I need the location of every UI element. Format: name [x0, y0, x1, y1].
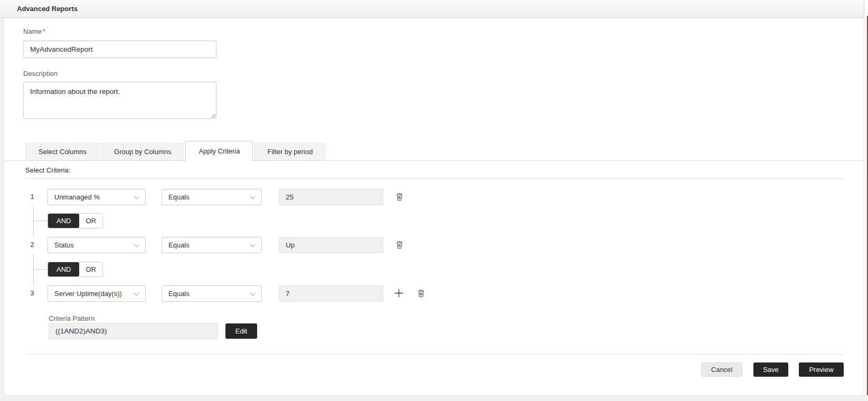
scroll-track-line	[864, 18, 864, 395]
trash-icon	[417, 289, 425, 298]
chevron-down-icon	[250, 290, 256, 295]
chevron-down-icon	[250, 194, 256, 199]
advanced-reports-page: Advanced Reports Name* Description Infor…	[0, 0, 868, 401]
connector-line	[34, 269, 48, 270]
required-asterisk: *	[43, 27, 45, 35]
criteria-row-3-field-select[interactable]: Server Uptime(day(s))	[48, 285, 146, 302]
criteria-pattern-label: Criteria Pattern	[49, 314, 95, 322]
description-textarea[interactable]: Information about the report.	[23, 82, 216, 119]
criteria-row-3-field-value: Server Uptime(day(s))	[54, 290, 122, 298]
name-input[interactable]	[23, 41, 216, 58]
criteria-row-1-condition-select[interactable]: Equals	[162, 189, 262, 205]
criteria-row-2-index: 2	[28, 241, 36, 249]
criteria-row-1-value-input[interactable]	[279, 189, 383, 205]
criteria-divider	[25, 178, 845, 179]
criteria-row-2-condition-select[interactable]: Equals	[162, 237, 262, 253]
operator-1-or-button[interactable]: OR	[79, 214, 102, 228]
bottom-gutter	[0, 395, 868, 401]
operator-1-and-button[interactable]: AND	[48, 214, 79, 228]
window-titlebar: Advanced Reports	[0, 0, 864, 18]
operator-2-and-button[interactable]: AND	[48, 262, 79, 276]
chevron-down-icon	[134, 290, 139, 295]
criteria-row-3-delete-button[interactable]	[415, 288, 427, 299]
criteria-row-1-condition-value: Equals	[168, 193, 190, 201]
criteria-add-row-button[interactable]	[393, 287, 404, 299]
chevron-down-icon	[134, 194, 139, 199]
name-label-text: Name	[23, 27, 42, 35]
operator-2-or-button[interactable]: OR	[79, 262, 102, 276]
tab-select-columns[interactable]: Select Columns	[25, 143, 100, 160]
plus-icon	[394, 289, 403, 298]
criteria-row-1-delete-button[interactable]	[393, 191, 405, 203]
criteria-row-2-field-value: Status	[54, 241, 74, 249]
tabs-bar: Select Columns Group by Columns Apply Cr…	[5, 141, 864, 161]
footer-divider	[26, 354, 844, 355]
description-label: Description	[23, 70, 58, 78]
connector-line	[33, 254, 34, 285]
operator-toggle-1: AND OR	[48, 213, 103, 228]
criteria-row-3-condition-value: Equals	[168, 290, 190, 298]
criteria-row-2-value-input[interactable]	[279, 237, 383, 253]
tab-apply-criteria[interactable]: Apply Criteria	[185, 141, 253, 161]
criteria-row-2-condition-value: Equals	[168, 241, 190, 249]
save-button[interactable]: Save	[753, 362, 788, 377]
chevron-down-icon	[250, 242, 256, 247]
operator-toggle-2: AND OR	[48, 262, 103, 277]
criteria-row-1-field-select[interactable]: Unmanaged %	[48, 189, 146, 205]
edit-pattern-button[interactable]: Edit	[225, 323, 257, 339]
name-label: Name*	[23, 27, 45, 35]
preview-button[interactable]: Preview	[799, 362, 844, 377]
trash-icon	[395, 241, 403, 249]
criteria-pattern-input[interactable]	[49, 323, 218, 339]
description-label-text: Description	[23, 70, 58, 78]
criteria-row-1-field-value: Unmanaged %	[54, 193, 100, 201]
tab-filter-by-period[interactable]: Filter by period	[254, 143, 326, 160]
criteria-row-2-field-select[interactable]: Status	[48, 237, 146, 253]
cancel-button[interactable]: Cancel	[701, 362, 742, 377]
tab-group-by-columns[interactable]: Group by Columns	[101, 143, 184, 160]
trash-icon	[395, 193, 403, 201]
criteria-row-3-index: 3	[28, 289, 36, 297]
criteria-row-2-delete-button[interactable]	[393, 239, 405, 251]
criteria-row-3-value-input[interactable]	[279, 285, 383, 302]
criteria-row-1-index: 1	[28, 193, 36, 200]
left-gutter	[0, 18, 4, 395]
page-title: Advanced Reports	[17, 0, 78, 17]
criteria-row-3-condition-select[interactable]: Equals	[162, 285, 262, 302]
connector-line	[33, 206, 34, 237]
chevron-down-icon	[134, 242, 139, 247]
select-criteria-label: Select Criteria:	[25, 166, 70, 174]
connector-line	[34, 221, 48, 221]
